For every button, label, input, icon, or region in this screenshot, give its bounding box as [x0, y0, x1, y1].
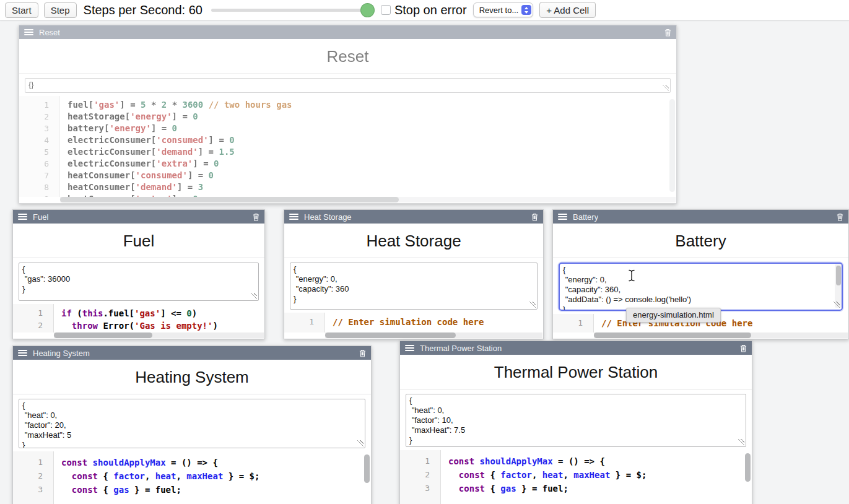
code-text: electricConsumer['extra'] = 0 [59, 158, 219, 170]
code-text: if (this.fuel['gas'] <= 0) [53, 307, 197, 319]
trash-icon [837, 213, 843, 221]
delete-cell-button[interactable] [359, 349, 366, 357]
code-line: 5electricConsumer['demand'] = 1.5 [19, 146, 676, 158]
toolbar: Start Step Steps per Second: 60 Stop on … [0, 0, 849, 20]
cell-heat-storage-header[interactable]: Heat Storage [284, 210, 543, 224]
drag-handle-icon[interactable] [405, 345, 414, 351]
trash-icon [664, 28, 671, 37]
code-line: 2heatStorage['energy'] = 0 [19, 111, 676, 123]
json-state-input[interactable]: { "gas": 36000 } [19, 263, 259, 301]
cell-header-label: Fuel [33, 212, 48, 222]
json-editor-wrap: { "heat": 0, "factor": 10, "maxHeat": 7.… [400, 389, 752, 450]
line-number: 2 [13, 319, 53, 332]
drag-handle-icon[interactable] [18, 350, 27, 356]
code-text: const { factor, heat, maxHeat } = $; [53, 469, 259, 483]
delete-cell-button[interactable] [837, 213, 843, 221]
code-line: 2 const { factor, heat, maxHeat } = $; [13, 469, 371, 483]
textarea-vertical-scrollbar[interactable] [835, 264, 842, 308]
speed-slider[interactable] [211, 3, 372, 17]
drag-handle-icon[interactable] [558, 214, 567, 220]
trash-icon [253, 213, 259, 221]
cell-battery: Battery Battery { "energy": 0, "capacity… [552, 209, 849, 339]
json-editor-wrap: { "energy": 0, "capacity": 360 } [284, 258, 543, 313]
vertical-scrollbar[interactable] [745, 453, 751, 482]
code-text: electricConsumer['demand'] = 1.5 [59, 146, 235, 158]
drag-handle-icon[interactable] [18, 214, 27, 220]
add-cell-button[interactable]: + Add Cell [539, 2, 596, 18]
stop-on-error-checkbox[interactable] [381, 5, 391, 15]
cell-title: Reset [19, 39, 676, 74]
code-editor[interactable]: 1const shouldApplyMax = () => {2 const {… [13, 451, 371, 504]
horizontal-scrollbar[interactable] [54, 332, 264, 338]
horizontal-scrollbar[interactable] [325, 332, 542, 338]
line-number: 1 [13, 307, 53, 319]
json-editor-wrap: {} [19, 74, 676, 96]
line-number: 2 [13, 469, 53, 483]
code-editor[interactable]: 1const shouldApplyMax = () => {2 const {… [400, 450, 752, 504]
slider-track[interactable] [211, 9, 372, 12]
code-line: 6electricConsumer['extra'] = 0 [19, 158, 676, 170]
code-text: heatConsumer['demand'] = 3 [59, 181, 203, 193]
cell-fuel-header[interactable]: Fuel [13, 210, 264, 224]
delete-cell-button[interactable] [740, 344, 747, 352]
json-state-input[interactable]: { "energy": 0, "capacity": 360 } [290, 263, 538, 310]
cell-title: Thermal Power Station [400, 355, 752, 389]
line-number: 2 [19, 111, 59, 123]
delete-cell-button[interactable] [531, 213, 538, 221]
code-text: const shouldApplyMax = () => { [440, 454, 605, 468]
code-text: const shouldApplyMax = () => { [53, 456, 218, 469]
simulation-app: Start Step Steps per Second: 60 Stop on … [0, 0, 849, 504]
start-button[interactable]: Start [5, 2, 38, 18]
cell-header-label: Reset [39, 28, 60, 37]
json-state-input[interactable]: { "heat": 0, "factor": 20, "maxHeat": 5 … [19, 399, 365, 448]
filename-tooltip: energy-simulation.html [626, 308, 721, 323]
drag-handle-icon[interactable] [24, 29, 33, 35]
code-line: 2 throw Error('Gas is empty!') [13, 319, 264, 332]
cell-thermal-power-station-header[interactable]: Thermal Power Station [400, 341, 752, 355]
code-text: electricConsumer['consumed'] = 0 [59, 134, 235, 146]
json-state-input[interactable]: { "energy": 0, "capacity": 360, "addData… [559, 263, 843, 311]
trash-icon [359, 349, 366, 357]
line-number: 3 [13, 483, 53, 497]
horizontal-scrollbar[interactable] [594, 332, 848, 338]
steps-per-second-label: Steps per Second: 60 [84, 3, 202, 17]
json-editor-wrap: { "energy": 0, "capacity": 360, "addData… [553, 258, 848, 314]
cell-header-label: Thermal Power Station [420, 344, 502, 353]
code-line: 8heatConsumer['demand'] = 3 [19, 181, 676, 193]
code-text: fuel['gas'] = 5 * 2 * 3600 // two hours … [59, 99, 292, 111]
cell-reset-header[interactable]: Reset [19, 25, 676, 39]
json-state-input[interactable]: { "heat": 0, "factor": 10, "maxHeat": 7.… [406, 394, 746, 447]
code-editor[interactable]: 1if (this.fuel['gas'] <= 0)2 throw Error… [13, 304, 264, 332]
cell-header-label: Heating System [33, 349, 90, 358]
revert-select[interactable]: Revert to... [473, 2, 534, 17]
code-line: 3 const { gas } = fuel; [400, 482, 752, 495]
select-stepper-icon [521, 5, 531, 15]
code-editor[interactable]: 1// Enter simulation code here [284, 313, 543, 332]
vertical-scrollbar[interactable] [669, 99, 675, 192]
vertical-scrollbar[interactable] [364, 454, 370, 483]
cell-header-label: Battery [573, 212, 598, 222]
cell-heating-system-header[interactable]: Heating System [13, 346, 371, 360]
line-number: 1 [400, 454, 440, 468]
line-number: 1 [284, 316, 324, 328]
delete-cell-button[interactable] [253, 213, 259, 221]
drag-handle-icon[interactable] [289, 214, 298, 220]
code-text: const { gas } = fuel; [440, 482, 568, 495]
code-text: battery['energy'] = 0 [59, 123, 177, 134]
cell-fuel: Fuel Fuel { "gas": 36000 } 1if (this.fue… [12, 209, 265, 339]
step-button[interactable]: Step [44, 2, 77, 18]
cell-battery-header[interactable]: Battery [553, 210, 848, 224]
code-text: heatStorage['energy'] = 0 [59, 111, 198, 123]
delete-cell-button[interactable] [664, 28, 671, 37]
json-editor-wrap: { "heat": 0, "factor": 20, "maxHeat": 5 … [13, 394, 371, 451]
line-number: 7 [19, 170, 59, 181]
code-text: throw Error('Gas is empty!') [53, 319, 218, 332]
line-number: 8 [19, 181, 59, 193]
code-editor[interactable]: 1fuel['gas'] = 5 * 2 * 3600 // two hours… [19, 96, 676, 197]
slider-thumb[interactable] [360, 3, 375, 17]
code-line: 1fuel['gas'] = 5 * 2 * 3600 // two hours… [19, 99, 676, 111]
json-state-input[interactable]: {} [25, 78, 671, 93]
line-number: 3 [19, 123, 59, 134]
horizontal-scrollbar[interactable] [60, 197, 676, 202]
line-number: 1 [13, 456, 53, 469]
